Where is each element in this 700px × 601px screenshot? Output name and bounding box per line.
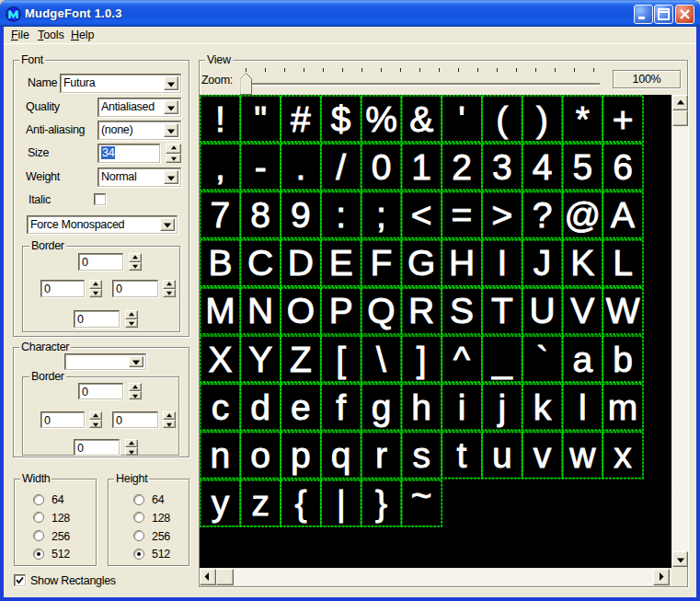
svg-text:): )	[536, 99, 548, 139]
svg-text:[: [	[336, 340, 346, 379]
svg-text:+: +	[613, 99, 634, 139]
svg-text:.: .	[295, 147, 305, 187]
svg-text:V: V	[570, 291, 594, 330]
svg-text:f: f	[336, 387, 346, 427]
svg-text:s: s	[412, 435, 430, 475]
svg-text:v: v	[534, 435, 552, 475]
svg-text:5: 5	[572, 147, 592, 187]
svg-text:t: t	[457, 435, 467, 475]
svg-text:C: C	[247, 243, 273, 283]
svg-text:E: E	[329, 243, 353, 283]
svg-text:I: I	[497, 243, 507, 283]
svg-text:%: %	[365, 99, 397, 139]
svg-text:$: $	[331, 99, 351, 139]
svg-text:h: h	[411, 387, 431, 427]
svg-text:|: |	[337, 483, 346, 523]
svg-text:H: H	[449, 243, 475, 283]
svg-text:8: 8	[250, 195, 270, 235]
svg-text:U: U	[529, 291, 555, 330]
svg-text:O: O	[287, 291, 315, 330]
svg-text:4: 4	[533, 147, 553, 187]
svg-text:`: `	[536, 340, 548, 379]
svg-text:i: i	[458, 387, 466, 427]
svg-text:r: r	[375, 435, 387, 475]
svg-text:": "	[254, 99, 267, 139]
svg-text:\: \	[376, 340, 386, 379]
svg-text:a: a	[572, 340, 592, 379]
svg-text:D: D	[288, 243, 314, 283]
svg-text:p: p	[291, 435, 311, 475]
svg-text:=: =	[452, 195, 473, 235]
svg-text:{: {	[294, 483, 306, 523]
svg-text:;: ;	[376, 195, 386, 235]
svg-text:&: &	[409, 99, 433, 139]
svg-text:6: 6	[613, 147, 633, 187]
svg-text:*: *	[576, 99, 590, 139]
svg-text:l: l	[579, 387, 587, 427]
svg-text:!: !	[215, 99, 225, 139]
svg-text:P: P	[329, 291, 353, 330]
svg-text:o: o	[250, 435, 270, 475]
svg-text:_: _	[491, 340, 513, 379]
svg-text:e: e	[291, 387, 311, 427]
svg-text:': '	[458, 99, 465, 139]
svg-text:K: K	[570, 243, 594, 283]
svg-text:>: >	[491, 195, 512, 235]
svg-text:u: u	[492, 435, 512, 475]
svg-text:n: n	[211, 435, 231, 475]
svg-text:M: M	[205, 291, 235, 330]
svg-text:1: 1	[411, 147, 431, 187]
svg-text:3: 3	[492, 147, 512, 187]
svg-text:x: x	[614, 435, 632, 475]
svg-text::: :	[336, 195, 346, 235]
svg-text:/: /	[336, 147, 346, 187]
svg-text:2: 2	[452, 147, 472, 187]
svg-text:9: 9	[291, 195, 311, 235]
svg-text:X: X	[208, 340, 232, 379]
svg-text:z: z	[251, 483, 270, 523]
svg-text:,: ,	[215, 147, 225, 187]
svg-text:T: T	[491, 291, 513, 330]
svg-text:F: F	[371, 243, 393, 283]
svg-text:Y: Y	[248, 340, 272, 379]
svg-text:b: b	[613, 340, 633, 379]
svg-text:w: w	[568, 435, 596, 475]
svg-text:j: j	[497, 387, 506, 427]
svg-text:?: ?	[533, 195, 553, 235]
svg-text:@: @	[565, 195, 602, 235]
svg-text:7: 7	[211, 195, 231, 235]
svg-text:J: J	[534, 243, 552, 283]
svg-text:A: A	[611, 195, 635, 235]
svg-text:]: ]	[417, 340, 427, 379]
svg-text:S: S	[450, 291, 474, 330]
svg-text:-: -	[255, 147, 267, 187]
svg-text:~: ~	[411, 476, 432, 515]
svg-text:q: q	[331, 435, 351, 475]
svg-text:#: #	[291, 99, 311, 139]
svg-text:y: y	[212, 483, 230, 523]
svg-text:0: 0	[372, 147, 392, 187]
svg-text:k: k	[534, 387, 552, 427]
svg-text:^: ^	[453, 340, 471, 379]
svg-text:g: g	[372, 387, 392, 427]
svg-text:Z: Z	[290, 340, 312, 379]
svg-text:L: L	[613, 243, 633, 283]
svg-text:m: m	[608, 387, 638, 427]
svg-text:G: G	[407, 243, 435, 283]
svg-text:W: W	[606, 291, 640, 330]
svg-text:B: B	[208, 243, 232, 283]
svg-text:}: }	[375, 483, 387, 523]
svg-text:d: d	[250, 387, 270, 427]
svg-text:(: (	[496, 99, 508, 139]
svg-text:N: N	[247, 291, 273, 330]
svg-text:Q: Q	[367, 291, 395, 330]
svg-text:<: <	[411, 195, 432, 235]
svg-text:R: R	[408, 291, 434, 330]
svg-text:c: c	[212, 387, 230, 427]
